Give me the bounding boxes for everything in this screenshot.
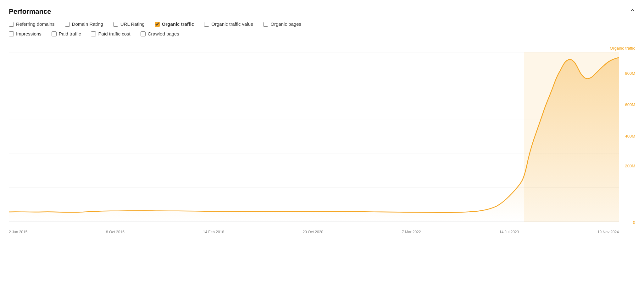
y-label-800m: 800M (625, 71, 635, 76)
x-label-2016: 8 Oct 2016 (106, 230, 125, 234)
checkbox-organic-pages[interactable]: Organic pages (263, 21, 301, 27)
y-label-0: 0 (633, 220, 635, 225)
checkboxes-section: Referring domains Domain Rating URL Rati… (9, 21, 635, 40)
checkbox-paid-traffic[interactable]: Paid traffic (52, 31, 81, 36)
y-label-200m: 200M (625, 164, 635, 168)
checkbox-url-rating-input[interactable] (113, 22, 118, 27)
checkbox-organic-pages-label: Organic pages (270, 21, 301, 27)
checkbox-organic-traffic-label: Organic traffic (162, 21, 194, 27)
checkbox-impressions-label: Impressions (16, 31, 42, 36)
checkbox-organic-pages-input[interactable] (263, 22, 268, 27)
checkbox-paid-traffic-label: Paid traffic (59, 31, 81, 36)
x-axis-labels: 2 Jun 2015 8 Oct 2016 14 Feb 2018 29 Oct… (9, 230, 619, 234)
x-label-2018: 14 Feb 2018 (203, 230, 224, 234)
checkboxes-row-1: Referring domains Domain Rating URL Rati… (9, 21, 635, 30)
x-label-2024: 19 Nov 2024 (597, 230, 619, 234)
checkbox-paid-traffic-input[interactable] (52, 31, 57, 36)
checkbox-impressions-input[interactable] (9, 31, 14, 36)
y-axis-series-label: Organic traffic (610, 46, 635, 51)
chart-svg (9, 52, 619, 222)
checkbox-referring-domains[interactable]: Referring domains (9, 21, 55, 27)
x-label-2020: 29 Oct 2020 (303, 230, 323, 234)
checkbox-domain-rating[interactable]: Domain Rating (65, 21, 103, 27)
chart-area: Organic traffic (9, 46, 635, 234)
checkbox-paid-traffic-cost-input[interactable] (91, 31, 96, 36)
checkbox-crawled-pages-input[interactable] (141, 31, 146, 36)
checkbox-domain-rating-input[interactable] (65, 22, 70, 27)
x-label-2023: 14 Jul 2023 (499, 230, 519, 234)
checkbox-crawled-pages[interactable]: Crawled pages (141, 31, 179, 36)
x-label-2022: 7 Mar 2022 (402, 230, 421, 234)
checkbox-referring-domains-input[interactable] (9, 22, 14, 27)
x-label-2015: 2 Jun 2015 (9, 230, 27, 234)
checkbox-organic-traffic-value-input[interactable] (204, 22, 209, 27)
chart-svg-container (9, 52, 619, 222)
checkbox-domain-rating-label: Domain Rating (72, 21, 103, 27)
checkbox-paid-traffic-cost-label: Paid traffic cost (98, 31, 130, 36)
y-label-600m: 600M (625, 102, 635, 107)
y-label-400m: 400M (625, 134, 635, 138)
checkbox-organic-traffic-value[interactable]: Organic traffic value (204, 21, 253, 27)
checkbox-organic-traffic[interactable]: Organic traffic (155, 21, 194, 27)
checkbox-impressions[interactable]: Impressions (9, 31, 42, 36)
checkbox-url-rating[interactable]: URL Rating (113, 21, 145, 27)
chevron-up-icon[interactable]: ⌃ (630, 8, 635, 15)
page-title: Performance (9, 8, 51, 16)
performance-header: Performance ⌃ (9, 8, 635, 16)
checkbox-organic-traffic-value-label: Organic traffic value (211, 21, 253, 27)
checkboxes-row-2: Impressions Paid traffic Paid traffic co… (9, 31, 635, 40)
checkbox-paid-traffic-cost[interactable]: Paid traffic cost (91, 31, 130, 36)
checkbox-url-rating-label: URL Rating (120, 21, 145, 27)
checkbox-crawled-pages-label: Crawled pages (148, 31, 179, 36)
checkbox-organic-traffic-input[interactable] (155, 22, 160, 27)
checkbox-referring-domains-label: Referring domains (16, 21, 55, 27)
